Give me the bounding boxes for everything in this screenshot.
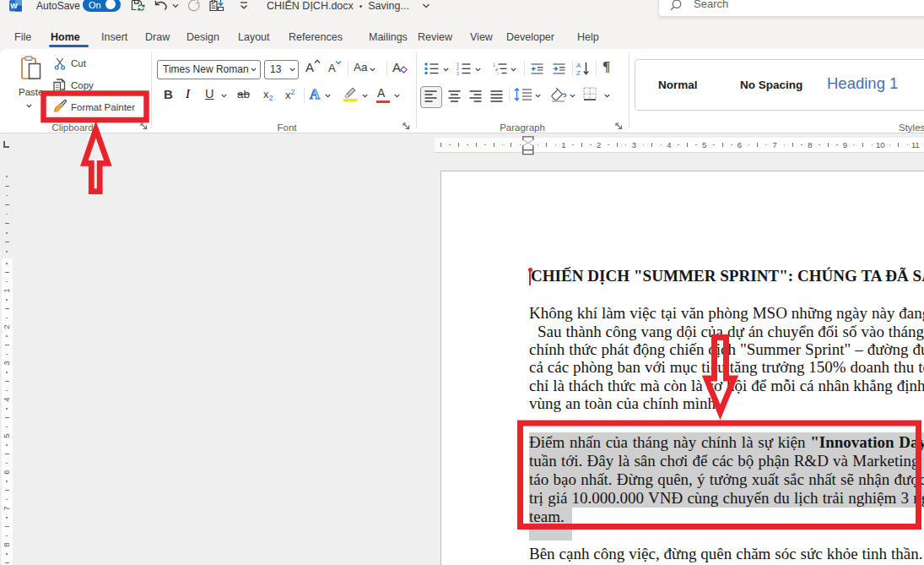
svg-text:A: A [310, 86, 321, 101]
svg-text:W: W [10, 2, 18, 10]
svg-text:Z: Z [576, 69, 581, 76]
svg-text:A: A [576, 62, 581, 69]
svg-text:i: i [498, 71, 499, 75]
svg-text:3: 3 [457, 71, 459, 75]
